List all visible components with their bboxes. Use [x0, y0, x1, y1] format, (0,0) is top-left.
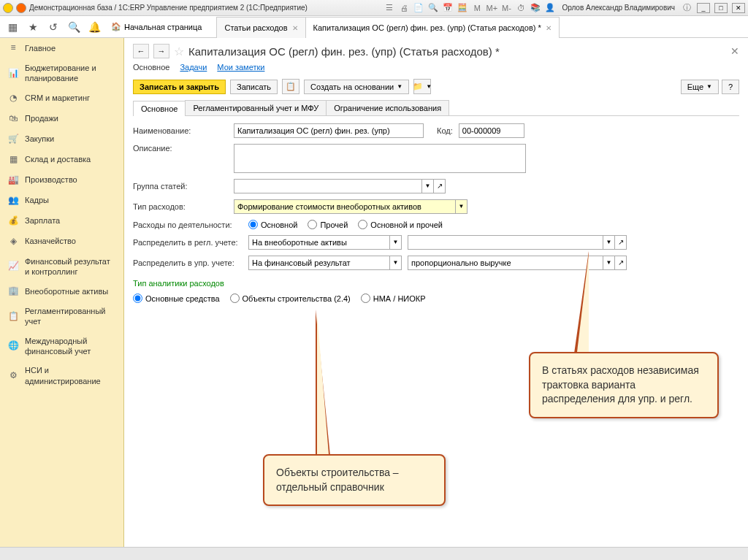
- toolbar-icon[interactable]: 🖨: [398, 2, 410, 14]
- sidebar-item-crm[interactable]: ◔CRM и маркетинг: [0, 88, 123, 109]
- sublink-main[interactable]: Основное: [133, 63, 169, 72]
- desc-textarea[interactable]: [234, 144, 526, 173]
- toolbar-icon[interactable]: ☰: [383, 2, 395, 14]
- history-icon[interactable]: ↺: [45, 19, 61, 35]
- close-icon[interactable]: ✕: [546, 24, 552, 32]
- cart-icon: 🛒: [7, 134, 19, 145]
- activity-label: Расходы по деятельности:: [133, 220, 243, 229]
- home-tab[interactable]: 🏠 Начальная страница: [107, 22, 206, 31]
- sidebar-item-purchases[interactable]: 🛒Закупки: [0, 129, 123, 150]
- radio-os[interactable]: Основные средства: [133, 294, 220, 303]
- chevron-down-icon[interactable]: ▼: [455, 200, 467, 213]
- callout-text: Объекты строительства – отдельный справо…: [276, 467, 399, 493]
- code-input[interactable]: [459, 123, 524, 138]
- close-page-icon[interactable]: ✕: [730, 45, 739, 57]
- sidebar-item-treasury[interactable]: ◈Казначейство: [0, 231, 123, 252]
- create-based-button[interactable]: Создать на основании▼: [304, 80, 409, 94]
- chevron-down-icon[interactable]: ▼: [421, 180, 433, 193]
- distr-upr-select[interactable]: На финансовый результат▼: [248, 256, 402, 270]
- factory-icon: 🏭: [7, 174, 19, 186]
- sublink-notes[interactable]: Мои заметки: [217, 63, 264, 72]
- toolbar-icon[interactable]: ⏱: [515, 2, 527, 14]
- star-icon[interactable]: ☆: [174, 45, 184, 58]
- sidebar-item-main[interactable]: ≡Главное: [0, 38, 123, 58]
- sidebar-item-warehouse[interactable]: ▦Склад и доставка: [0, 150, 123, 170]
- save-close-button[interactable]: Записать и закрыть: [133, 80, 226, 94]
- radio-other[interactable]: Прочей: [308, 220, 348, 229]
- apps-icon[interactable]: ▦: [4, 19, 20, 35]
- sidebar-item-label: Финансовый результат и контроллинг: [25, 256, 116, 277]
- save-button[interactable]: Записать: [230, 80, 278, 94]
- sublink-tasks[interactable]: Задачи: [180, 63, 207, 72]
- tab-expenses[interactable]: Статьи расходов ✕: [216, 17, 305, 38]
- search-icon[interactable]: 🔍: [66, 19, 82, 35]
- innertab-main[interactable]: Основное: [133, 101, 186, 116]
- chart-icon: 📊: [7, 67, 19, 79]
- toolbar-icon[interactable]: 📅: [442, 2, 454, 14]
- type-select[interactable]: Формирование стоимости внеоборотных акти…: [234, 199, 468, 214]
- toolbar-icon[interactable]: 📄: [413, 2, 424, 14]
- m-minus[interactable]: M-: [500, 2, 512, 14]
- sidebar-item-salary[interactable]: 💰Зарплата: [0, 211, 123, 231]
- content-area: ← → ☆ Капитализация ОС (регл) фин. рез. …: [124, 38, 748, 547]
- radio-both[interactable]: Основной и прочей: [358, 220, 443, 229]
- sidebar-item-label: Главное: [25, 43, 56, 53]
- folder-button[interactable]: 📁▼: [413, 79, 431, 94]
- money-icon: 💰: [7, 215, 19, 227]
- sidebar: ≡Главное 📊Бюджетирование и планирование …: [0, 38, 124, 547]
- radio-main[interactable]: Основной: [248, 220, 297, 229]
- toolbar-icon[interactable]: 📚: [530, 2, 541, 14]
- m-plus[interactable]: M+: [486, 2, 497, 14]
- sidebar-item-sales[interactable]: 🛍Продажи: [0, 109, 123, 129]
- innertab-regaccount[interactable]: Регламентированный учет и МФУ: [185, 100, 327, 115]
- sidebar-item-hr[interactable]: 👥Кадры: [0, 191, 123, 211]
- innertab-restriction[interactable]: Ограничение использования: [326, 100, 449, 115]
- help-button[interactable]: ?: [722, 80, 739, 94]
- sidebar-item-budget[interactable]: 📊Бюджетирование и планирование: [0, 58, 123, 88]
- sidebar-item-finresult[interactable]: 📈Финансовый результат и контроллинг: [0, 252, 123, 282]
- inner-tabs: Основное Регламентированный учет и МФУ О…: [133, 100, 739, 116]
- list-button[interactable]: 📋: [282, 79, 299, 94]
- desc-label: Описание:: [133, 144, 228, 153]
- info-icon[interactable]: ⓘ: [681, 2, 692, 14]
- sidebar-item-intlfin[interactable]: 🌐Международный финансовый учет: [0, 331, 123, 361]
- window-title: Демонстрационная база / 1С:ERP Управлени…: [29, 4, 308, 12]
- distr-upr-extra[interactable]: пропорционально выручке▼↗: [408, 256, 627, 270]
- close-button[interactable]: ✕: [732, 3, 745, 13]
- forward-button[interactable]: →: [153, 44, 169, 58]
- group-select[interactable]: ▼↗: [234, 179, 446, 193]
- more-button[interactable]: Еще▼: [681, 80, 719, 94]
- toolbar-icon[interactable]: 🔍: [427, 2, 439, 14]
- bell-icon[interactable]: 🔔: [86, 19, 102, 35]
- home-icon: 🏠: [111, 22, 121, 31]
- user-name: Орлов Александр Владимирович: [562, 4, 675, 12]
- gear-icon: ⚙: [7, 370, 19, 382]
- sidebar-item-label: Закупки: [25, 134, 54, 144]
- clipboard-icon: 📋: [7, 310, 19, 322]
- close-icon[interactable]: ✕: [292, 24, 298, 32]
- back-button[interactable]: ←: [133, 44, 149, 58]
- radio-construction[interactable]: Объекты строительства (2.4): [230, 294, 351, 303]
- chevron-down-icon[interactable]: ▼: [603, 236, 614, 249]
- chevron-down-icon[interactable]: ▼: [389, 236, 401, 249]
- open-icon[interactable]: ↗: [614, 236, 626, 249]
- sidebar-item-assets[interactable]: 🏢Внеоборотные активы: [0, 281, 123, 302]
- people-icon: 👥: [7, 195, 19, 207]
- toolbar-icon[interactable]: 🧮: [457, 2, 468, 14]
- distr-regl-select[interactable]: На внеоборотные активы▼: [248, 235, 402, 250]
- name-input[interactable]: [234, 123, 424, 138]
- sidebar-item-regaccount[interactable]: 📋Регламентированный учет: [0, 302, 123, 331]
- sidebar-item-nsi[interactable]: ⚙НСИ и администрирование: [0, 361, 123, 391]
- chevron-down-icon[interactable]: ▼: [603, 256, 614, 269]
- maximize-button[interactable]: □: [714, 3, 728, 13]
- sidebar-item-production[interactable]: 🏭Производство: [0, 170, 123, 191]
- radio-nma[interactable]: НМА / НИОКР: [361, 294, 426, 303]
- tab-capitalization[interactable]: Капитализация ОС (регл) фин. рез. (упр) …: [305, 17, 560, 38]
- open-icon[interactable]: ↗: [433, 180, 445, 193]
- distr-regl-extra[interactable]: ▼↗: [408, 235, 627, 250]
- chevron-down-icon[interactable]: ▼: [389, 256, 401, 269]
- globe-icon: 🌐: [7, 340, 19, 352]
- star-icon[interactable]: ★: [25, 19, 41, 35]
- minimize-button[interactable]: _: [697, 3, 710, 13]
- open-icon[interactable]: ↗: [614, 256, 626, 269]
